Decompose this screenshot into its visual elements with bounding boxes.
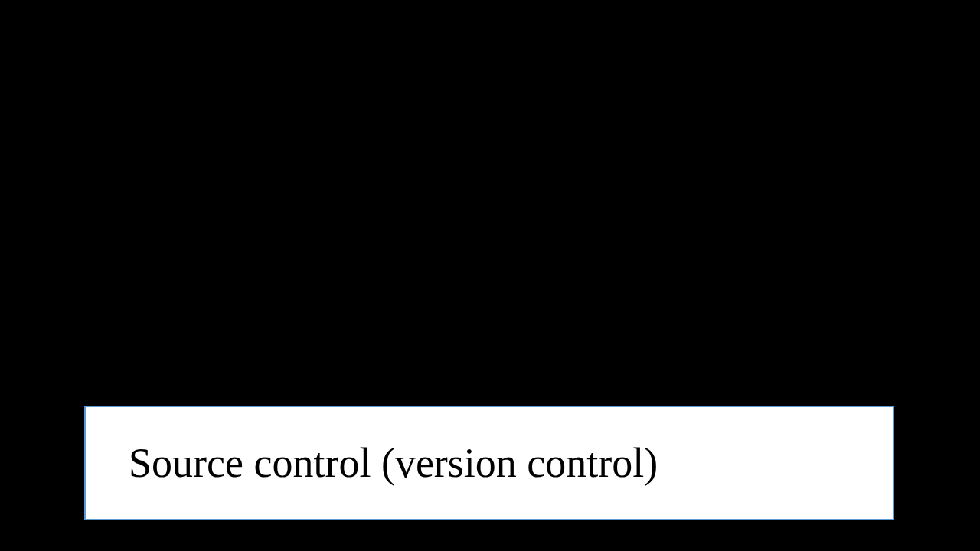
caption-text: Source control (version control) bbox=[129, 439, 658, 487]
caption-box: Source control (version control) bbox=[84, 406, 894, 520]
